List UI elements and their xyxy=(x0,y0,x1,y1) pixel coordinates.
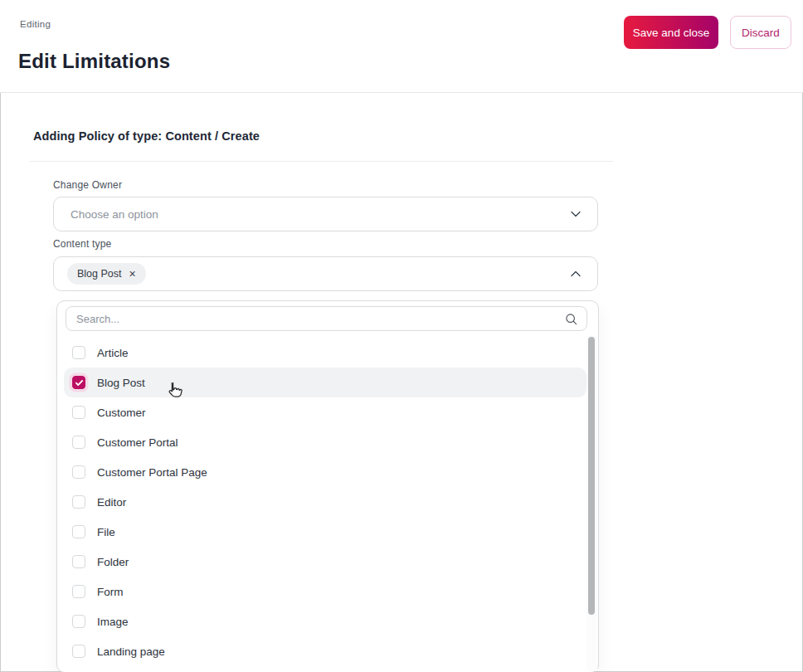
scrollbar-thumb[interactable] xyxy=(588,337,595,615)
option-checkbox[interactable] xyxy=(72,406,85,419)
list-item[interactable]: Folder xyxy=(64,547,586,577)
options-list: Article Blog Post Customer Customer Port… xyxy=(64,338,586,666)
list-item[interactable]: Customer xyxy=(64,397,586,427)
option-checkbox[interactable] xyxy=(72,525,85,538)
option-label: Article xyxy=(97,347,129,359)
chip-label: Blog Post xyxy=(77,268,122,280)
option-label: Editor xyxy=(97,496,126,509)
list-item[interactable]: Article xyxy=(64,338,586,368)
list-item[interactable]: File xyxy=(64,517,586,547)
chevron-up-icon xyxy=(569,267,582,280)
option-label: Customer Portal xyxy=(97,436,178,449)
option-checkbox[interactable] xyxy=(72,436,85,449)
change-owner-placeholder: Choose an option xyxy=(71,208,158,221)
search-icon xyxy=(564,312,578,326)
list-item[interactable]: Blog Post xyxy=(64,368,586,397)
page-title: Edit Limitations xyxy=(18,50,170,73)
section-title: Adding Policy of type: Content / Create xyxy=(33,129,260,143)
option-checkbox[interactable] xyxy=(72,465,85,479)
option-checkbox[interactable] xyxy=(72,555,85,568)
option-label: Customer xyxy=(97,407,146,419)
save-and-close-button[interactable]: Save and close xyxy=(624,16,718,49)
option-checkbox[interactable] xyxy=(72,645,85,658)
edit-limitations-page: Editing Edit Limitations Save and close … xyxy=(0,0,803,672)
page-header: Editing Edit Limitations Save and close … xyxy=(0,0,803,93)
option-checkbox[interactable] xyxy=(72,376,85,389)
chip-remove-icon[interactable]: × xyxy=(129,268,136,280)
option-label: Customer Portal Page xyxy=(97,466,207,479)
change-owner-label: Change Owner xyxy=(53,179,122,191)
option-checkbox[interactable] xyxy=(72,495,85,509)
option-label: Folder xyxy=(97,556,129,568)
option-checkbox[interactable] xyxy=(72,615,85,628)
change-owner-select[interactable]: Choose an option xyxy=(53,197,598,231)
option-checkbox[interactable] xyxy=(72,585,85,598)
search-input[interactable] xyxy=(76,313,564,325)
list-item[interactable]: Image xyxy=(64,606,586,636)
section-divider xyxy=(30,161,613,162)
list-item[interactable]: Landing page xyxy=(64,636,586,666)
list-item[interactable]: Customer Portal Page xyxy=(64,457,586,487)
option-label: Landing page xyxy=(97,645,165,658)
breadcrumb: Editing xyxy=(20,19,51,29)
content-type-multiselect[interactable]: Blog Post × xyxy=(53,256,598,291)
option-label: File xyxy=(97,526,115,538)
selected-chip-blog-post: Blog Post × xyxy=(67,263,146,285)
scrollbar-track[interactable] xyxy=(586,336,597,671)
content-type-dropdown-panel: Article Blog Post Customer Customer Port… xyxy=(56,300,599,672)
list-item[interactable]: Editor xyxy=(64,487,586,517)
list-item[interactable]: Customer Portal xyxy=(64,427,586,457)
option-checkbox[interactable] xyxy=(72,346,85,359)
option-label: Blog Post xyxy=(97,377,145,389)
search-box xyxy=(66,306,587,331)
option-label: Image xyxy=(97,616,129,628)
option-label: Form xyxy=(97,586,124,598)
content-type-label: Content type xyxy=(53,238,111,250)
discard-button[interactable]: Discard xyxy=(730,16,791,49)
list-item[interactable]: Form xyxy=(64,577,586,606)
chevron-down-icon xyxy=(569,207,582,221)
